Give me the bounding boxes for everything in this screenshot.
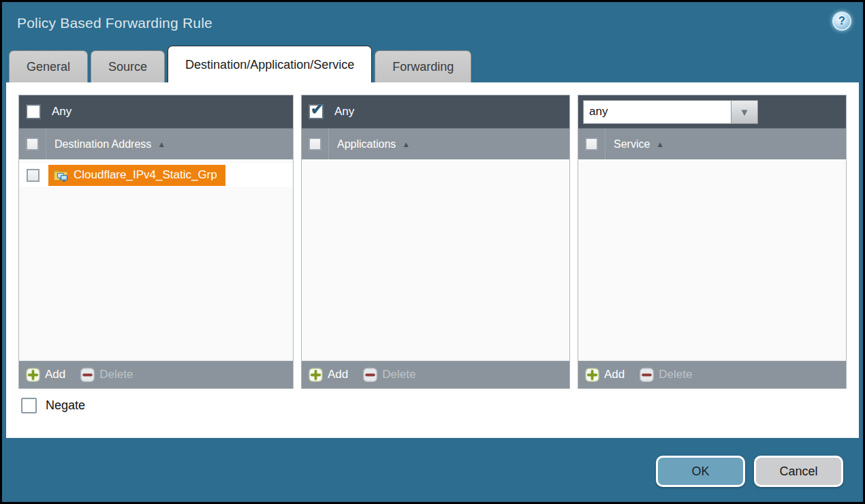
- add-button-label: Add: [45, 368, 65, 381]
- minus-icon: [640, 368, 654, 382]
- dialog-action-buttons: OK Cancel: [656, 456, 843, 487]
- tab-source[interactable]: Source: [91, 50, 165, 82]
- destination-any-label: Any: [52, 105, 72, 119]
- negate-checkbox[interactable]: [21, 398, 37, 413]
- add-button-label: Add: [604, 368, 625, 381]
- service-selectall-cell: [578, 129, 606, 159]
- destination-row-checkbox[interactable]: [27, 169, 40, 182]
- sort-ascending-icon[interactable]: ▲: [656, 140, 664, 149]
- applications-column-header: Applications ▲: [302, 128, 569, 159]
- delete-button-label: Delete: [99, 368, 133, 381]
- service-dropdown-row: any ▼: [578, 95, 846, 128]
- help-question-glyph: ?: [838, 15, 845, 27]
- tab-forwarding[interactable]: Forwarding: [375, 50, 471, 82]
- applications-any-row: Any: [302, 95, 569, 128]
- delete-button[interactable]: Delete: [80, 368, 133, 382]
- add-button-label: Add: [328, 368, 348, 381]
- ok-button[interactable]: OK: [656, 456, 745, 487]
- destination-address-item-label: Cloudflare_IPv4_Static_Grp: [74, 168, 217, 182]
- tab-bar: General Source Destination/Application/S…: [9, 46, 471, 82]
- tab-content-area: Any Destination Address ▲: [6, 82, 859, 438]
- delete-button-label: Delete: [382, 368, 415, 381]
- service-panel: any ▼ Service ▲: [578, 95, 847, 389]
- tab-destination-application-service[interactable]: Destination/Application/Service: [168, 46, 372, 82]
- applications-list: [302, 159, 569, 360]
- sort-ascending-icon[interactable]: ▲: [157, 140, 166, 149]
- delete-button[interactable]: Delete: [640, 368, 692, 382]
- service-footer: Add Delete: [578, 360, 846, 388]
- add-button[interactable]: Add: [26, 368, 65, 382]
- applications-any-label: Any: [334, 105, 354, 119]
- destination-any-checkbox[interactable]: [26, 104, 41, 119]
- destination-selectall-checkbox[interactable]: [26, 138, 39, 151]
- applications-header-label[interactable]: Applications: [337, 138, 396, 151]
- applications-selectall-checkbox[interactable]: [309, 138, 321, 151]
- applications-footer: Add Delete: [302, 360, 569, 388]
- selection-panels: Any Destination Address ▲: [18, 95, 847, 389]
- destination-selectall-cell: [19, 129, 46, 159]
- tab-general[interactable]: General: [9, 50, 88, 82]
- destination-any-row: Any: [19, 95, 293, 128]
- applications-any-checkbox[interactable]: [309, 104, 324, 119]
- service-dropdown-button[interactable]: ▼: [732, 100, 758, 124]
- destination-header-label[interactable]: Destination Address: [54, 138, 151, 151]
- minus-icon: [363, 368, 377, 382]
- table-row: Cloudflare_IPv4_Static_Grp: [19, 163, 293, 187]
- negate-row: Negate: [21, 398, 85, 413]
- destination-column-header: Destination Address ▲: [19, 128, 293, 159]
- dialog-title: Policy Based Forwarding Rule: [17, 15, 213, 31]
- service-dropdown-value[interactable]: any: [583, 100, 732, 124]
- service-selectall-checkbox[interactable]: [585, 138, 598, 151]
- minus-icon: [80, 368, 95, 382]
- plus-icon: [309, 368, 323, 382]
- add-button[interactable]: Add: [309, 368, 348, 382]
- service-list: [578, 159, 846, 360]
- address-group-icon: [53, 169, 68, 182]
- add-button[interactable]: Add: [585, 368, 625, 382]
- cancel-button[interactable]: Cancel: [754, 456, 843, 487]
- service-column-header: Service ▲: [578, 128, 846, 159]
- sort-ascending-icon[interactable]: ▲: [402, 140, 410, 149]
- service-header-label[interactable]: Service: [614, 138, 650, 151]
- delete-button-label: Delete: [659, 368, 692, 381]
- destination-address-panel: Any Destination Address ▲: [18, 95, 294, 389]
- policy-based-forwarding-rule-dialog: Policy Based Forwarding Rule ? General S…: [0, 0, 865, 504]
- service-dropdown[interactable]: any ▼: [583, 100, 758, 124]
- help-icon[interactable]: ?: [832, 12, 851, 31]
- negate-label: Negate: [46, 398, 85, 413]
- destination-address-item[interactable]: Cloudflare_IPv4_Static_Grp: [48, 165, 225, 186]
- delete-button[interactable]: Delete: [363, 368, 415, 382]
- plus-icon: [26, 368, 40, 382]
- destination-list: Cloudflare_IPv4_Static_Grp: [19, 159, 293, 360]
- destination-footer: Add Delete: [19, 360, 293, 388]
- chevron-down-icon: ▼: [740, 106, 750, 118]
- plus-icon: [585, 368, 599, 382]
- applications-selectall-cell: [302, 129, 329, 159]
- applications-panel: Any Applications ▲ Ad: [301, 95, 570, 389]
